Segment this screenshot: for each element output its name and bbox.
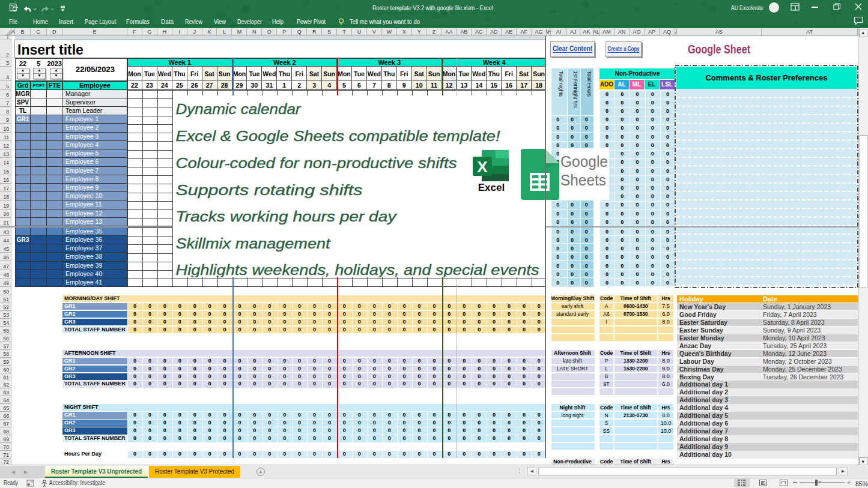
- svg-text:Home: Home: [33, 18, 48, 25]
- svg-text:Ready: Ready: [4, 479, 18, 486]
- svg-text:Google: Google: [560, 152, 608, 170]
- svg-text:Developer: Developer: [237, 18, 262, 25]
- svg-text:X: X: [477, 158, 488, 176]
- svg-text:View: View: [214, 18, 226, 25]
- svg-text:Create a Copy: Create a Copy: [608, 45, 640, 52]
- svg-text:Tell me what you want to do: Tell me what you want to do: [350, 18, 420, 25]
- svg-text:Roster template V3.2 with goog: Roster template V3.2 with google file.xl…: [372, 4, 493, 11]
- svg-text:Colour-coded for non-productiv: Colour-coded for non-productive shifts: [175, 155, 457, 171]
- svg-text:Insert: Insert: [59, 18, 74, 25]
- svg-text:Dynamic calendar: Dynamic calendar: [175, 101, 301, 117]
- svg-text:Review: Review: [185, 18, 203, 25]
- svg-text:Sheets: Sheets: [560, 171, 606, 189]
- svg-text:File: File: [9, 18, 17, 25]
- svg-text:Page Layout: Page Layout: [85, 18, 117, 25]
- svg-text:Roster Template V3 Protected: Roster Template V3 Protected: [155, 468, 234, 475]
- svg-text:Power Pivot: Power Pivot: [297, 18, 326, 25]
- svg-text:Help: Help: [272, 18, 284, 25]
- svg-text:Accessibility: Investigate: Accessibility: Investigate: [49, 479, 105, 486]
- svg-text:Highlights weekends, holidays,: Highlights weekends, holidays, and speci…: [175, 262, 539, 277]
- svg-text:Formulas: Formulas: [126, 18, 150, 25]
- svg-text:Excel & Google Sheets compatib: Excel & Google Sheets compatible templat…: [175, 128, 500, 144]
- svg-text:Google Sheet: Google Sheet: [688, 43, 750, 56]
- svg-text:Supports rotating shifts: Supports rotating shifts: [175, 182, 362, 198]
- svg-text:AU Excelerate: AU Excelerate: [731, 4, 763, 11]
- svg-text:Clear Content: Clear Content: [553, 44, 593, 53]
- svg-text:Roster Template V3 Unprotected: Roster Template V3 Unprotected: [51, 468, 142, 475]
- svg-text:Skillmix management: Skillmix management: [175, 235, 330, 252]
- svg-text:Data: Data: [161, 18, 174, 25]
- svg-text:Tracks working hours per day: Tracks working hours per day: [175, 208, 397, 224]
